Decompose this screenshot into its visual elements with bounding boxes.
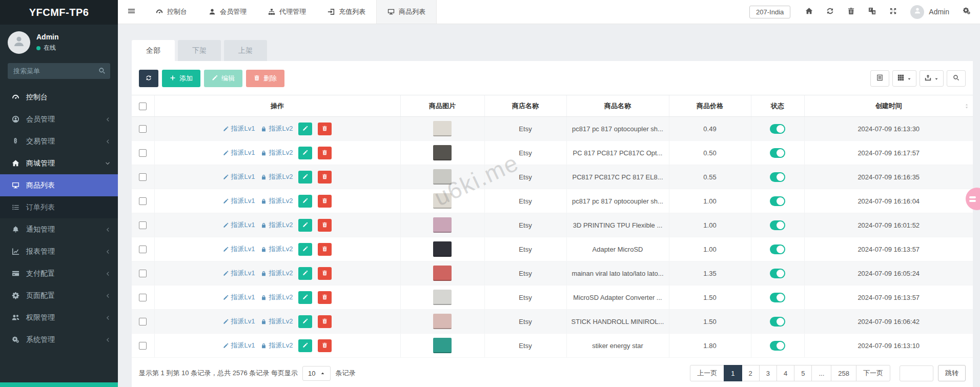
delete-button[interactable]: 删除: [246, 70, 284, 87]
export-button[interactable]: [920, 70, 944, 87]
row-delete-button[interactable]: [318, 195, 332, 208]
status-toggle[interactable]: [770, 148, 785, 158]
filter-tab[interactable]: 上架: [224, 40, 267, 61]
row-checkbox[interactable]: [139, 125, 147, 133]
row-delete-button[interactable]: [318, 291, 332, 304]
assign-lv1-link[interactable]: 指派Lv1: [223, 172, 255, 181]
page-button[interactable]: 1: [724, 365, 742, 381]
assign-lv2-link[interactable]: 指派Lv2: [261, 196, 293, 206]
paging-view-button[interactable]: [870, 70, 889, 87]
row-edit-button[interactable]: [298, 267, 312, 280]
row-edit-button[interactable]: [298, 339, 312, 352]
status-toggle[interactable]: [770, 293, 785, 302]
filter-tab[interactable]: 下架: [178, 40, 221, 61]
assign-lv2-link[interactable]: 指派Lv2: [261, 220, 293, 230]
filter-tab[interactable]: 全部: [132, 40, 175, 61]
row-checkbox[interactable]: [139, 149, 147, 157]
row-checkbox[interactable]: [139, 197, 147, 205]
topnav-icon-button[interactable]: [820, 7, 841, 17]
assign-lv2-link[interactable]: 指派Lv2: [261, 293, 293, 302]
row-edit-button[interactable]: [298, 171, 312, 184]
topnav-icon-button[interactable]: [862, 7, 883, 17]
assign-lv2-link[interactable]: 指派Lv2: [261, 269, 293, 278]
row-delete-button[interactable]: [318, 243, 332, 256]
table-search-button[interactable]: [947, 70, 966, 87]
assign-lv1-link[interactable]: 指派Lv1: [223, 341, 255, 350]
user-menu[interactable]: Admin: [904, 5, 956, 19]
topnav-icon-button[interactable]: [799, 7, 820, 17]
status-toggle[interactable]: [770, 269, 785, 278]
page-button[interactable]: 上一页: [690, 365, 724, 381]
assign-lv1-link[interactable]: 指派Lv1: [223, 293, 255, 302]
row-edit-button[interactable]: [298, 147, 312, 159]
sidebar-item[interactable]: 通知管理: [0, 218, 118, 240]
status-toggle[interactable]: [770, 172, 785, 182]
sidebar-item[interactable]: 报表管理: [0, 240, 118, 262]
menu-search-input[interactable]: [8, 63, 110, 79]
row-checkbox[interactable]: [139, 246, 147, 253]
status-toggle[interactable]: [770, 124, 785, 134]
topnav-item[interactable]: 控制台: [145, 0, 198, 24]
assign-lv1-link[interactable]: 指派Lv1: [223, 148, 255, 157]
header-created-time[interactable]: 创建时间: [804, 95, 973, 117]
row-delete-button[interactable]: [318, 147, 332, 159]
assign-lv2-link[interactable]: 指派Lv2: [261, 245, 293, 254]
row-delete-button[interactable]: [318, 171, 332, 184]
row-edit-button[interactable]: [298, 243, 312, 256]
topnav-item[interactable]: 会员管理: [198, 0, 257, 24]
sidebar-item[interactable]: 控制台: [0, 86, 118, 108]
row-checkbox[interactable]: [139, 173, 147, 181]
topnav-icon-button[interactable]: [883, 7, 904, 17]
status-toggle[interactable]: [770, 341, 785, 351]
assign-lv2-link[interactable]: 指派Lv2: [261, 341, 293, 350]
sidebar-item[interactable]: 商品列表: [0, 174, 118, 196]
sidebar-item[interactable]: 会员管理: [0, 108, 118, 130]
row-edit-button[interactable]: [298, 195, 312, 208]
sidebar-item[interactable]: 商城管理: [0, 152, 118, 174]
assign-lv1-link[interactable]: 指派Lv1: [223, 245, 255, 254]
page-size-select[interactable]: 10: [302, 366, 331, 381]
sidebar-item[interactable]: 订单列表: [0, 196, 118, 218]
edit-button[interactable]: 编辑: [204, 70, 242, 87]
assign-lv2-link[interactable]: 指派Lv2: [261, 148, 293, 157]
page-button[interactable]: 下一页: [856, 365, 890, 381]
jump-page-input[interactable]: [900, 365, 933, 381]
topnav-item[interactable]: 商品列表: [376, 0, 437, 24]
sidebar-item[interactable]: 页面配置: [0, 284, 118, 307]
sidebar-item[interactable]: 系统管理: [0, 329, 118, 351]
status-toggle[interactable]: [770, 196, 785, 206]
topnav-item[interactable]: 代理管理: [257, 0, 317, 24]
row-checkbox[interactable]: [139, 270, 147, 277]
topnav-icon-button[interactable]: [841, 7, 862, 17]
assign-lv1-link[interactable]: 指派Lv1: [223, 196, 255, 206]
status-toggle[interactable]: [770, 245, 785, 254]
page-button[interactable]: 2: [742, 365, 760, 381]
row-checkbox[interactable]: [139, 294, 147, 301]
row-edit-button[interactable]: [298, 219, 312, 232]
page-button[interactable]: ...: [811, 365, 831, 381]
status-toggle[interactable]: [770, 317, 785, 327]
assign-lv2-link[interactable]: 指派Lv2: [261, 317, 293, 326]
row-delete-button[interactable]: [318, 219, 332, 232]
assign-lv2-link[interactable]: 指派Lv2: [261, 124, 293, 133]
row-edit-button[interactable]: [298, 291, 312, 304]
row-checkbox[interactable]: [139, 342, 147, 350]
row-delete-button[interactable]: [318, 339, 332, 352]
refresh-button[interactable]: [139, 70, 158, 87]
sidebar-item[interactable]: 交易管理: [0, 130, 118, 152]
add-button[interactable]: 添加: [162, 70, 200, 87]
settings-button[interactable]: [956, 7, 974, 17]
row-edit-button[interactable]: [298, 315, 312, 328]
page-button[interactable]: 3: [759, 365, 777, 381]
row-delete-button[interactable]: [318, 123, 332, 135]
select-all-checkbox[interactable]: [139, 103, 147, 110]
assign-lv1-link[interactable]: 指派Lv1: [223, 317, 255, 326]
region-badge[interactable]: 207-India: [749, 6, 790, 18]
sidebar-item[interactable]: 支付配置: [0, 262, 118, 284]
assign-lv1-link[interactable]: 指派Lv1: [223, 269, 255, 278]
jump-button[interactable]: 跳转: [938, 365, 966, 381]
topnav-item[interactable]: 充值列表: [317, 0, 376, 24]
row-delete-button[interactable]: [318, 315, 332, 328]
status-toggle[interactable]: [770, 220, 785, 230]
sidebar-toggle-button[interactable]: [118, 0, 145, 24]
